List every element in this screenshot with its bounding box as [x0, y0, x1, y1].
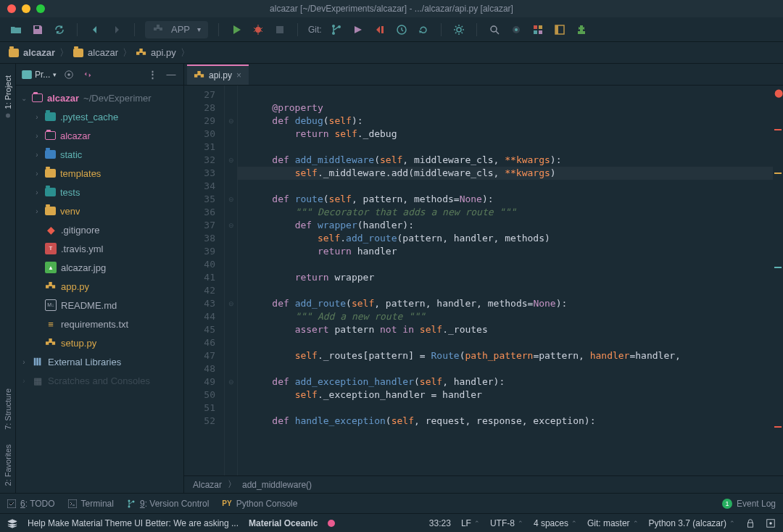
layers-icon[interactable]: [7, 518, 17, 528]
tab-todo[interactable]: 6: TODO: [7, 499, 55, 509]
breadcrumb-file[interactable]: api.py: [151, 47, 176, 58]
status-message[interactable]: Help Make Material Theme UI Better: We a…: [28, 518, 239, 528]
svg-rect-20: [34, 358, 36, 366]
tree-item[interactable]: M↓README.md: [16, 296, 183, 315]
expand-icon[interactable]: ›: [20, 358, 28, 366]
tree-item[interactable]: ›tests: [16, 183, 183, 201]
git-branch-icon[interactable]: [329, 22, 344, 37]
run-icon[interactable]: [229, 22, 244, 37]
expand-icon[interactable]: ›: [33, 132, 41, 140]
tab-version-control[interactable]: 9: Version Control: [127, 499, 209, 509]
tree-item[interactable]: setup.py: [16, 333, 183, 352]
back-icon[interactable]: [88, 22, 102, 37]
markdown-icon: M↓: [45, 299, 57, 311]
status-git[interactable]: Git: master⌃: [587, 518, 639, 528]
tree-item[interactable]: ◆.gitignore: [16, 220, 183, 239]
expand-icon[interactable]: ›: [33, 151, 41, 159]
search-icon[interactable]: [487, 22, 502, 37]
svg-point-5: [338, 25, 341, 28]
collapse-icon[interactable]: [81, 68, 94, 81]
breadcrumb-folder[interactable]: alcazar: [88, 47, 118, 58]
breadcrumb-method[interactable]: add_middleware(): [242, 480, 312, 490]
git-revert-icon[interactable]: [416, 22, 431, 37]
status-indent[interactable]: 4 spaces⌃: [534, 518, 577, 528]
expand-icon[interactable]: ⌄: [20, 94, 28, 102]
code-editor[interactable]: @property def debug(self): return self._…: [238, 86, 773, 475]
tree-item-label: README.md: [61, 300, 117, 311]
save-icon[interactable]: [30, 22, 45, 37]
expand-icon[interactable]: ›: [33, 188, 41, 196]
error-indicator-icon[interactable]: ⬤: [774, 88, 783, 98]
notification-badge: 1: [722, 499, 732, 509]
plugins-icon[interactable]: [574, 22, 589, 37]
tree-item[interactable]: ▲alcazar.jpg: [16, 258, 183, 277]
svg-point-19: [68, 73, 71, 76]
folder-icon: [45, 207, 56, 215]
tree-item[interactable]: T.travis.yml: [16, 239, 183, 258]
git-commit-icon[interactable]: [351, 22, 365, 37]
tree-item-label: .pytest_cache: [60, 112, 118, 122]
material-icon[interactable]: [509, 22, 523, 37]
stop-icon[interactable]: [273, 22, 287, 37]
tree-item[interactable]: ›venv: [16, 201, 183, 220]
layout-icon[interactable]: [552, 22, 567, 37]
editor-tab-label: api.py: [209, 70, 232, 80]
tab-structure[interactable]: 7: Structure: [2, 381, 14, 437]
debug-icon[interactable]: [251, 22, 265, 37]
status-encoding[interactable]: UTF-8⌃: [490, 518, 523, 528]
project-tree[interactable]: ⌄ alcazar ~/DevExperimer ›.pytest_cache›…: [16, 86, 183, 493]
git-history-icon[interactable]: [394, 22, 409, 37]
expand-icon[interactable]: ›: [33, 170, 41, 178]
chevron-right-icon: 〉: [123, 46, 132, 59]
tab-terminal[interactable]: Terminal: [68, 499, 114, 509]
tree-item[interactable]: ›.pytest_cache: [16, 107, 183, 126]
minimize-panel-icon[interactable]: —: [165, 68, 178, 81]
close-tab-icon[interactable]: ×: [236, 70, 241, 80]
status-theme[interactable]: Material Oceanic: [249, 518, 318, 528]
close-window-button[interactable]: [7, 4, 16, 13]
run-config-dropdown[interactable]: APP ▾: [145, 21, 208, 38]
tree-external-libs[interactable]: › External Libraries: [16, 352, 183, 371]
breadcrumb-root[interactable]: alcazar: [23, 47, 55, 58]
forward-icon[interactable]: [109, 22, 124, 37]
error-stripe[interactable]: ⬤: [773, 86, 783, 475]
line-number-gutter[interactable]: 2728293031323334353637383940414243444546…: [184, 86, 225, 475]
grid-icon[interactable]: [531, 22, 545, 37]
settings-icon[interactable]: [452, 22, 466, 37]
tree-item[interactable]: ≡requirements.txt: [16, 315, 183, 333]
git-icon: ◆: [45, 224, 57, 236]
tree-item[interactable]: ›templates: [16, 164, 183, 183]
tree-item[interactable]: ›static: [16, 145, 183, 164]
expand-icon[interactable]: ›: [33, 207, 41, 215]
target-icon[interactable]: [62, 68, 75, 81]
tree-scratches[interactable]: › ▦ Scratches and Consoles: [16, 371, 183, 390]
folder-icon: [45, 188, 56, 196]
terminal-icon: [68, 499, 77, 508]
svg-point-8: [491, 26, 497, 32]
minimize-window-button[interactable]: [22, 4, 30, 13]
tree-item[interactable]: app.py: [16, 277, 183, 296]
open-icon[interactable]: [9, 22, 23, 37]
expand-icon[interactable]: ›: [33, 113, 41, 121]
status-line-ending[interactable]: LF⌃: [461, 518, 480, 528]
theme-color-indicator[interactable]: [328, 520, 335, 527]
maximize-window-button[interactable]: [36, 4, 45, 13]
tab-python-console[interactable]: PY Python Console: [222, 499, 297, 509]
status-position[interactable]: 33:23: [429, 518, 451, 528]
git-push-icon[interactable]: [373, 22, 387, 37]
tree-root[interactable]: ⌄ alcazar ~/DevExperimer: [16, 88, 183, 107]
tab-project[interactable]: 1: Project: [2, 68, 14, 125]
lock-icon[interactable]: [745, 518, 755, 528]
fold-gutter[interactable]: ⊖⊖⊖⊖⊖⊖: [225, 86, 238, 475]
breadcrumb-class[interactable]: Alcazar: [193, 480, 222, 490]
inspector-icon[interactable]: [766, 518, 776, 528]
tab-event-log[interactable]: 1 Event Log: [722, 499, 776, 509]
status-interpreter[interactable]: Python 3.7 (alcazar)⌃: [649, 518, 735, 528]
tree-item[interactable]: ›alcazar: [16, 126, 183, 145]
editor-tab[interactable]: api.py ×: [187, 65, 249, 85]
tab-favorites[interactable]: 2: Favorites: [2, 437, 14, 493]
more-icon[interactable]: ⋮: [146, 68, 159, 81]
sync-icon[interactable]: [52, 22, 67, 37]
sidebar-view-dropdown[interactable]: Pr...▾: [22, 70, 57, 80]
window-controls[interactable]: [7, 4, 45, 13]
